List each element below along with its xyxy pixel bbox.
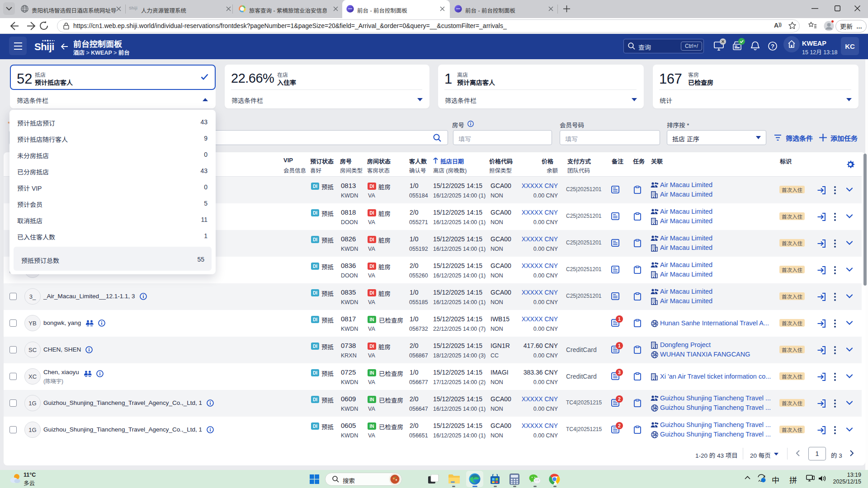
svg-text:?: ? xyxy=(771,43,774,50)
